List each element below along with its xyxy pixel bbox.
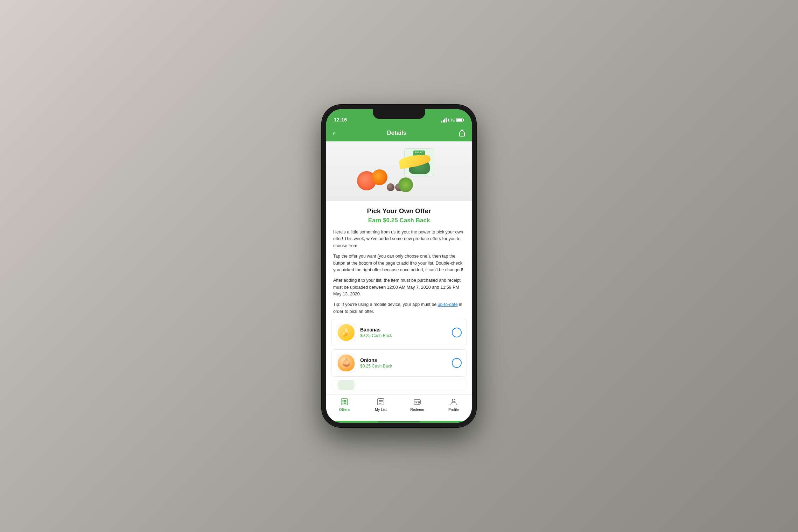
signal-bars-icon [441, 118, 447, 122]
svg-point-7 [452, 399, 455, 402]
signal-type-label: LTE [448, 118, 455, 122]
orange-icon [372, 169, 387, 185]
status-time: 12:16 [334, 117, 347, 122]
onions-radio[interactable] [452, 358, 462, 368]
offer-description-2: Tap the offer you want (you can only cho… [333, 253, 465, 273]
phone-case: 12:16 LTE [322, 105, 476, 427]
content-area: SALADMIX [326, 141, 472, 394]
banana-slice-icon: 🍌 [338, 324, 355, 341]
banana-icon [399, 155, 430, 169]
svg-point-6 [418, 402, 420, 403]
my-list-icon [376, 397, 385, 406]
back-button[interactable]: ‹ [332, 129, 335, 137]
home-bar [378, 421, 420, 422]
fruit-illustration: SALADMIX [354, 145, 444, 197]
bananas-radio[interactable] [452, 328, 462, 337]
onions-image: 🧅 [336, 353, 356, 373]
svg-rect-1 [457, 119, 462, 122]
product-item-bananas[interactable]: 🍌 Bananas $0.25 Cash Back [331, 319, 467, 346]
phone-screen: 12:16 LTE [326, 109, 472, 423]
redeem-label: Redeem [410, 407, 424, 412]
bananas-info: Bananas $0.25 Cash Back [356, 327, 452, 338]
product-item-partial[interactable] [331, 380, 467, 390]
scene: 12:16 LTE [322, 105, 476, 427]
status-icons: LTE [441, 118, 464, 122]
offers-label: Offers [339, 407, 350, 412]
share-icon[interactable] [458, 129, 465, 137]
onions-cashback: $0.25 Cash Back [360, 364, 452, 369]
tab-redeem[interactable]: Redeem [407, 397, 428, 412]
offer-description-1: Here's a little something from us to you… [333, 229, 465, 249]
offers-icon [340, 397, 349, 406]
tab-bar: Offers My List [326, 394, 472, 421]
home-indicator [326, 421, 472, 423]
redeem-icon [413, 397, 422, 406]
kiwi-icon [398, 177, 413, 192]
mylist-label: My List [375, 407, 386, 412]
offer-tip: Tip: If you're using a mobile device, yo… [333, 301, 465, 315]
product-options: 🍌 Bananas $0.25 Cash Back 🧅 [326, 319, 472, 394]
tab-profile[interactable]: Profile [443, 397, 464, 412]
profile-label: Profile [448, 407, 459, 412]
tab-offers[interactable]: Offers [334, 397, 355, 412]
notch [373, 109, 425, 119]
bananas-name: Bananas [360, 327, 452, 332]
offer-description-3: After adding it to your list, the item m… [333, 277, 465, 298]
hero-image: SALADMIX [326, 141, 472, 201]
nav-title: Details [387, 130, 406, 136]
onions-name: Onions [360, 357, 452, 363]
nav-bar: ‹ Details [326, 125, 472, 141]
svg-rect-2 [463, 119, 464, 121]
bananas-image: 🍌 [336, 323, 356, 342]
offer-title: Pick Your Own Offer [333, 207, 465, 215]
tip-link[interactable]: up-to-date [438, 302, 458, 307]
partial-image [336, 380, 356, 390]
tip-text: Tip: If you're using a mobile device, yo… [333, 302, 438, 307]
tab-mylist[interactable]: My List [370, 397, 391, 412]
product-item-onions[interactable]: 🧅 Onions $0.25 Cash Back [331, 349, 467, 377]
onion-icon: 🧅 [338, 355, 355, 371]
bananas-cashback: $0.25 Cash Back [360, 333, 452, 338]
onions-info: Onions $0.25 Cash Back [356, 357, 452, 369]
battery-icon [456, 118, 464, 122]
text-content: Pick Your Own Offer Earn $0.25 Cash Back… [326, 201, 472, 315]
offer-cashback: Earn $0.25 Cash Back [333, 217, 465, 224]
profile-icon [449, 397, 458, 406]
